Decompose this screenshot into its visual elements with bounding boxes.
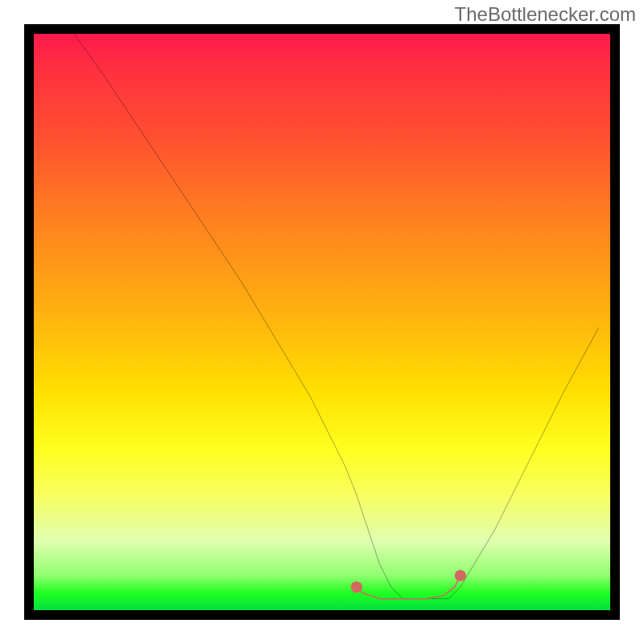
chart-container: TheBottlenecker.com bbox=[0, 0, 644, 644]
optimal-range-path bbox=[357, 576, 460, 599]
plot-frame bbox=[24, 24, 620, 620]
watermark-text: TheBottlenecker.com bbox=[455, 3, 636, 26]
optimal-start-dot bbox=[351, 581, 362, 592]
chart-svg bbox=[34, 34, 610, 610]
bottleneck-curve-path bbox=[74, 34, 599, 599]
optimal-end-dot bbox=[455, 570, 466, 581]
